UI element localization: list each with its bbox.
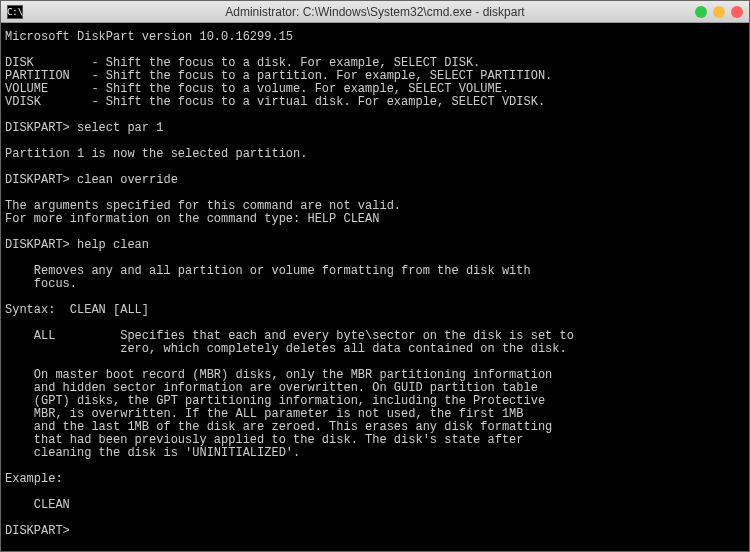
terminal-line: Example: <box>5 473 745 486</box>
minimize-button[interactable] <box>695 6 707 18</box>
terminal-line: focus. <box>5 278 745 291</box>
terminal-line: Partition 1 is now the selected partitio… <box>5 148 745 161</box>
terminal-line: VDISK - Shift the focus to a virtual dis… <box>5 96 745 109</box>
terminal-line: zero, which completely deletes all data … <box>5 343 745 356</box>
terminal-line: Microsoft DiskPart version 10.0.16299.15 <box>5 31 745 44</box>
terminal-line: DISKPART> select par 1 <box>5 122 745 135</box>
terminal-line: DISKPART> help clean <box>5 239 745 252</box>
terminal-line: DISKPART> <box>5 525 745 538</box>
maximize-button[interactable] <box>713 6 725 18</box>
terminal-line: cleaning the disk is 'UNINITIALIZED'. <box>5 447 745 460</box>
window-title: Administrator: C:\Windows\System32\cmd.e… <box>7 5 743 19</box>
terminal-line: CLEAN <box>5 499 745 512</box>
terminal-output[interactable]: Microsoft DiskPart version 10.0.16299.15… <box>1 23 749 551</box>
titlebar[interactable]: C:\ Administrator: C:\Windows\System32\c… <box>1 1 749 23</box>
window-controls <box>695 6 743 18</box>
terminal-line <box>5 460 745 473</box>
terminal-line: Syntax: CLEAN [ALL] <box>5 304 745 317</box>
terminal-line: For more information on the command type… <box>5 213 745 226</box>
terminal-line: DISKPART> clean override <box>5 174 745 187</box>
close-button[interactable] <box>731 6 743 18</box>
terminal-line <box>5 486 745 499</box>
terminal-line: Removes any and all partition or volume … <box>5 265 745 278</box>
cmd-window: C:\ Administrator: C:\Windows\System32\c… <box>0 0 750 552</box>
terminal-line <box>5 512 745 525</box>
